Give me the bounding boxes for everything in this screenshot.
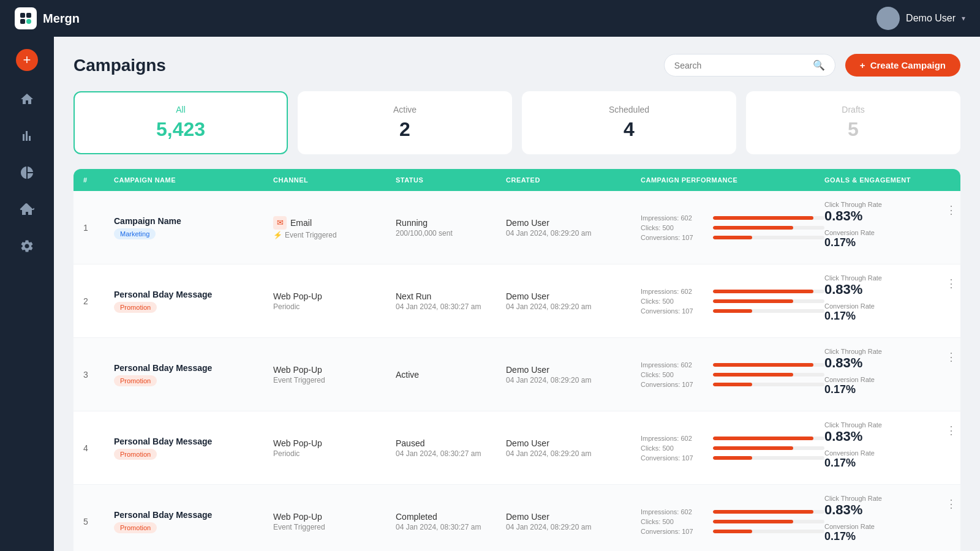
channel-sub: Event Triggered [273, 523, 396, 531]
page-header: Campaigns 🔍 + Create Campaign [74, 54, 960, 77]
more-options-button[interactable]: ⋮ [943, 274, 959, 293]
col-channel: CHANNEL [273, 176, 396, 184]
status-text: Next Run [396, 291, 506, 301]
more-options-button[interactable]: ⋮ [943, 421, 959, 440]
page-title: Campaigns [74, 56, 166, 75]
performance-cell: Impressions: 602 Clicks: 500 Conversions… [641, 435, 824, 462]
clicks-label: Clicks: 500 [641, 224, 708, 231]
channel-name: Web Pop-Up [273, 438, 396, 448]
more-options-button[interactable]: ⋮ [943, 348, 959, 366]
performance-cell: Impressions: 602 Clicks: 500 Conversions… [641, 214, 824, 241]
status-cell: Next Run 04 Jan 2024, 08:30:27 am [396, 291, 506, 311]
stat-drafts[interactable]: Drafts 5 [746, 91, 960, 154]
avatar [876, 7, 900, 30]
created-cell: Demo User 04 Jan 2024, 08:29:20 am [506, 291, 641, 311]
conv-value: 0.17% [824, 236, 882, 249]
more-options-button[interactable]: ⋮ [943, 495, 959, 513]
campaign-tag: Promotion [114, 302, 157, 313]
campaign-name: Personal Bday Message [114, 363, 273, 373]
svg-rect-0 [20, 13, 25, 18]
channel-name: Web Pop-Up [273, 365, 396, 375]
sidebar-item-analytics[interactable] [11, 120, 43, 152]
conv-value: 0.17% [824, 383, 882, 396]
status-sub: 04 Jan 2024, 08:30:27 am [396, 449, 506, 458]
ctr-label: Click Through Rate [824, 421, 882, 429]
campaign-name-cell: Personal Bday Message Promotion [114, 363, 273, 386]
channel-name: Web Pop-Up [273, 512, 396, 522]
stat-all-label: All [89, 105, 272, 114]
performance-cell: Impressions: 602 Clicks: 500 Conversions… [641, 361, 824, 388]
search-input[interactable] [674, 61, 808, 70]
col-performance: CAMPAIGN PERFORMANCE [641, 176, 824, 184]
stat-all[interactable]: All 5,423 [74, 91, 288, 154]
conv-label: Conversion Rate [824, 302, 882, 310]
stat-active-value: 2 [314, 118, 496, 141]
ctr-label: Click Through Rate [824, 201, 882, 208]
sidebar-item-campaigns[interactable] [11, 193, 43, 225]
goals-cell: Click Through Rate 0.83% Conversion Rate… [824, 274, 959, 328]
conversions-label: Conversions: 107 [641, 381, 708, 388]
conversions-label: Conversions: 107 [641, 454, 708, 462]
conv-value: 0.17% [824, 457, 882, 470]
created-user: Demo User [506, 512, 641, 522]
sidebar: + [0, 37, 54, 551]
ctr-value: 0.83% [824, 502, 882, 518]
campaign-tag: Marketing [114, 228, 156, 239]
status-cell: Active [396, 370, 506, 380]
status-text: Running [396, 218, 506, 228]
channel-sub: Periodic [273, 302, 396, 311]
created-cell: Demo User 04 Jan 2024, 08:29:20 am [506, 365, 641, 384]
search-box[interactable]: 🔍 [664, 54, 835, 77]
svg-rect-1 [26, 13, 31, 18]
channel-cell: Web Pop-Up Event Triggered [273, 512, 396, 531]
goals-cell: Click Through Rate 0.83% Conversion Rate… [824, 348, 959, 401]
campaigns-table: # CAMPAIGN NAME CHANNEL STATUS CREATED C… [74, 169, 960, 551]
add-button[interactable]: + [16, 49, 38, 71]
ctr-label: Click Through Rate [824, 348, 882, 355]
clicks-bar-bg [713, 226, 824, 230]
channel-cell: Web Pop-Up Periodic [273, 291, 396, 311]
create-campaign-button[interactable]: + Create Campaign [845, 54, 960, 77]
created-cell: Demo User 04 Jan 2024, 08:29:20 am [506, 512, 641, 531]
table-row: 4 Personal Bday Message Promotion Web Po… [74, 411, 960, 485]
impressions-bar-fill [713, 216, 813, 220]
impressions-bar: Impressions: 602 [641, 214, 824, 222]
performance-cell: Impressions: 602 Clicks: 500 Conversions… [641, 508, 824, 535]
user-menu[interactable]: Demo User ▾ [876, 7, 965, 30]
create-icon: + [860, 60, 865, 70]
conv-label: Conversion Rate [824, 229, 882, 236]
stat-active-label: Active [314, 105, 496, 114]
status-cell: Paused 04 Jan 2024, 08:30:27 am [396, 438, 506, 458]
stats-row: All 5,423 Active 2 Scheduled 4 Drafts 5 [74, 91, 960, 154]
more-options-button[interactable]: ⋮ [943, 201, 959, 219]
sidebar-item-segments[interactable] [11, 157, 43, 189]
campaign-name-cell: Personal Bday Message Promotion [114, 510, 273, 533]
table-row: 2 Personal Bday Message Promotion Web Po… [74, 264, 960, 338]
col-status: STATUS [396, 176, 506, 184]
stat-scheduled[interactable]: Scheduled 4 [522, 91, 736, 154]
stat-drafts-value: 5 [762, 118, 944, 141]
campaign-tag: Promotion [114, 522, 157, 533]
row-num: 2 [83, 296, 114, 306]
channel-sub: ⚡ Event Triggered [273, 231, 396, 239]
impressions-label: Impressions: 602 [641, 214, 708, 222]
top-navbar: Mergn Demo User ▾ [0, 0, 980, 37]
campaign-tag: Promotion [114, 375, 157, 386]
email-icon: ✉ [273, 216, 287, 230]
status-text: Completed [396, 512, 506, 522]
sidebar-item-settings[interactable] [11, 230, 43, 262]
svg-point-3 [26, 19, 31, 24]
app-logo: Mergn [15, 7, 80, 29]
clicks-bar-fill [713, 226, 793, 230]
created-user: Demo User [506, 218, 641, 228]
sidebar-item-home[interactable] [11, 83, 43, 115]
created-date: 04 Jan 2024, 08:29:20 am [506, 376, 641, 384]
stat-active[interactable]: Active 2 [298, 91, 512, 154]
created-date: 04 Jan 2024, 08:29:20 am [506, 302, 641, 311]
channel-sub: Periodic [273, 449, 396, 458]
conversions-bar: Conversions: 107 [641, 234, 824, 241]
conversions-bar-fill [713, 236, 752, 239]
ctr-value: 0.83% [824, 355, 882, 371]
goals-cell: Click Through Rate 0.83% Conversion Rate… [824, 495, 959, 548]
impressions-bar-bg [713, 216, 824, 220]
